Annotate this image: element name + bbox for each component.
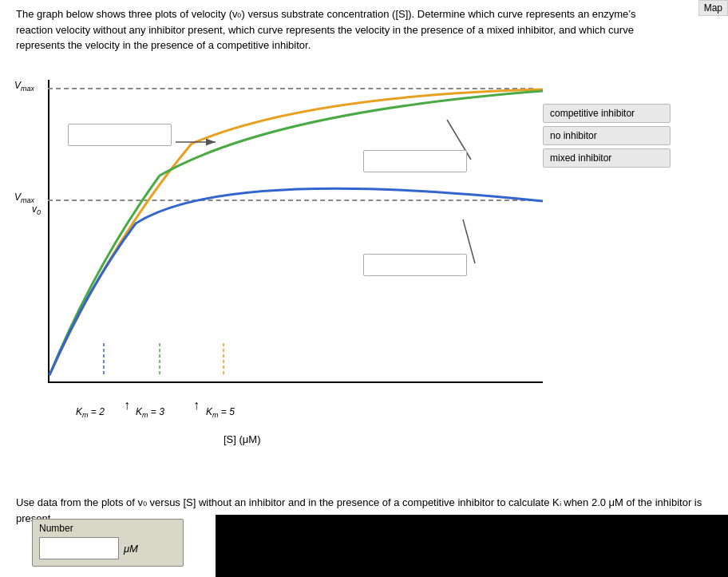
vmax-label-top: Vmax	[14, 80, 34, 93]
x-axis-label: [S] (μM)	[224, 433, 260, 445]
km-label-2: Km = 2	[76, 406, 105, 419]
number-box-inner: μM	[39, 537, 176, 559]
number-box: Number μM	[32, 519, 184, 567]
number-box-label: Number	[39, 523, 176, 534]
km-label-3: Km = 3	[136, 406, 164, 419]
answer-box-top-left[interactable]	[68, 124, 172, 146]
km-label-5: Km = 5	[206, 406, 235, 419]
graph-container: Vmax Vmax v0	[48, 80, 543, 423]
number-input[interactable]	[39, 537, 119, 559]
legend-no-inhibitor: no inhibitor	[543, 126, 671, 145]
graph-area: Vmax Vmax v0	[16, 80, 671, 463]
v0-label: v0	[32, 204, 41, 216]
vmax-label-mid: Vmax	[14, 192, 34, 204]
black-rectangle	[216, 515, 728, 577]
question-text: The graph below shows three plots of vel…	[16, 6, 664, 53]
answer-box-bottom-right[interactable]	[363, 254, 467, 276]
map-button[interactable]: Map	[698, 0, 728, 16]
answer-box-top-right[interactable]	[363, 150, 467, 172]
legend-competitive: competitive inhibitor	[543, 104, 671, 123]
legend: competitive inhibitor no inhibitor mixed…	[543, 104, 671, 171]
number-unit: μM	[124, 543, 138, 555]
legend-mixed: mixed inhibitor	[543, 148, 671, 168]
